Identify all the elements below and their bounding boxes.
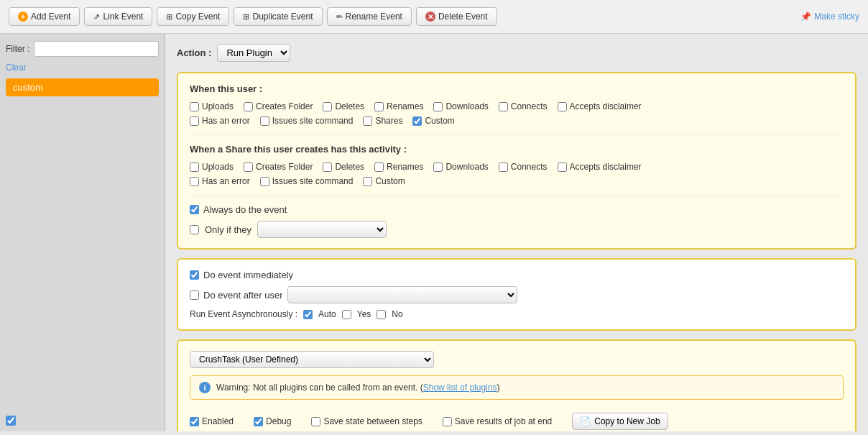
downloads2-item: Downloads [433,162,488,172]
custom1-item: Custom [412,116,454,126]
plugin-select[interactable]: CrushTask (User Defined) [190,351,434,368]
plugin-card: CrushTask (User Defined) i Warning: Not … [177,339,857,431]
only-if-select[interactable] [257,221,387,238]
link-icon: ⇗ [93,12,100,22]
action-select[interactable]: Run Plugin [217,44,290,62]
sidebar-item-custom[interactable]: custom [6,78,159,96]
uploads2-item: Uploads [190,162,234,172]
issues-site2-label: Issues site command [272,176,354,186]
connects2-item: Connects [499,162,548,172]
downloads2-checkbox[interactable] [433,162,443,172]
do-after-select[interactable] [287,286,517,303]
filter-input[interactable] [34,41,159,57]
copy-icon: ⊞ [166,12,172,22]
event-timing-card: Do event immediately Do event after user… [177,258,857,331]
when-user-row1: Uploads Creates Folder Deletes Renames D… [190,101,844,111]
creates-folder1-checkbox[interactable] [244,102,253,111]
only-if-checkbox[interactable] [190,225,199,234]
uploads2-checkbox[interactable] [190,162,199,172]
warning-text: Warning: Not all plugins can be called f… [216,383,499,393]
divider1 [190,134,844,135]
when-user-card: When this user : Uploads Creates Folder … [177,72,857,249]
accepts-disclaimer1-label: Accepts disclaimer [570,101,642,111]
filter-label: Filter : [6,44,29,54]
show-plugins-link[interactable]: Show list of plugins [423,383,497,393]
do-after-checkbox[interactable] [190,290,199,300]
save-results-item: Save results of job at end [443,416,552,426]
always-do-checkbox[interactable] [190,205,199,214]
enabled-checkbox[interactable] [190,417,199,426]
when-share-row2: Has an error Issues site command Custom [190,176,844,186]
custom1-checkbox[interactable] [412,116,422,126]
main-layout: Filter : Clear custom Action : Run Plugi… [0,34,868,431]
connects1-checkbox[interactable] [499,102,508,111]
uploads1-label: Uploads [202,101,234,111]
debug-label: Debug [266,416,291,426]
when-share-title: When a Share this user creates has this … [190,144,844,155]
rename-event-button[interactable]: ✏ Rename Event [327,7,412,26]
when-user-title: When this user : [190,83,844,94]
sidebar-bottom-check [6,416,16,428]
async-yes-checkbox[interactable] [342,310,351,319]
renames1-checkbox[interactable] [374,102,384,111]
duplicate-icon: ⊞ [243,12,249,22]
add-event-button[interactable]: + Add Event [9,7,80,26]
shares1-item: Shares [363,116,402,126]
downloads1-checkbox[interactable] [433,102,443,111]
async-auto-label: Auto [318,309,336,319]
make-sticky-link[interactable]: 📌 Make sticky [800,12,859,22]
renames1-item: Renames [374,101,423,111]
connects1-label: Connects [511,101,548,111]
do-after-row: Do event after user [190,286,844,303]
do-immediately-label: Do event immediately [203,270,293,280]
add-icon: + [18,12,28,22]
async-no-checkbox[interactable] [377,310,386,319]
copy-new-job-button[interactable]: 📄 Copy to New Job [572,413,668,430]
sidebar-bottom-checkbox[interactable] [6,416,16,426]
shares1-checkbox[interactable] [363,116,372,126]
link-event-button[interactable]: ⇗ Link Event [84,7,152,26]
issues-site2-checkbox[interactable] [260,177,269,186]
when-user-row2: Has an error Issues site command Shares … [190,116,844,126]
copy-new-icon: 📄 [580,416,591,426]
delete-icon: ✕ [425,12,435,22]
deletes1-item: Deletes [323,101,364,111]
uploads2-label: Uploads [202,162,234,172]
accepts-disclaimer1-checkbox[interactable] [558,102,567,111]
top-toolbar: + Add Event ⇗ Link Event ⊞ Copy Event ⊞ … [0,0,868,34]
custom2-checkbox[interactable] [363,177,372,186]
has-error2-checkbox[interactable] [190,177,199,186]
do-immediately-checkbox[interactable] [190,270,199,280]
has-error2-label: Has an error [202,176,250,186]
delete-event-button[interactable]: ✕ Delete Event [416,7,497,26]
has-error1-checkbox[interactable] [190,116,199,126]
creates-folder2-checkbox[interactable] [244,162,253,172]
deletes2-checkbox[interactable] [323,162,332,172]
content-panel: Action : Run Plugin When this user : Upl… [165,34,868,431]
custom2-label: Custom [375,176,405,186]
accepts-disclaimer2-checkbox[interactable] [558,162,567,172]
creates-folder1-label: Creates Folder [256,101,313,111]
connects2-label: Connects [511,162,548,172]
plugin-row: CrushTask (User Defined) [190,351,844,368]
deletes1-checkbox[interactable] [323,102,332,111]
copy-event-button[interactable]: ⊞ Copy Event [157,7,229,26]
connects2-checkbox[interactable] [499,162,508,172]
custom1-label: Custom [425,116,454,126]
async-auto-checkbox[interactable] [303,310,313,319]
enabled-item: Enabled [190,416,234,426]
save-results-checkbox[interactable] [443,417,452,426]
save-state-item: Save state between steps [311,416,422,426]
action-row: Action : Run Plugin [177,44,857,62]
duplicate-event-button[interactable]: ⊞ Duplicate Event [234,7,322,26]
uploads1-checkbox[interactable] [190,102,199,111]
issues-site1-checkbox[interactable] [260,116,269,126]
renames2-checkbox[interactable] [374,162,384,172]
clear-link[interactable]: Clear [6,63,159,73]
creates-folder2-item: Creates Folder [244,162,313,172]
creates-folder2-label: Creates Folder [256,162,313,172]
save-state-checkbox[interactable] [311,417,320,426]
deletes2-item: Deletes [323,162,364,172]
pin-icon: 📌 [800,12,811,22]
debug-checkbox[interactable] [254,417,263,426]
